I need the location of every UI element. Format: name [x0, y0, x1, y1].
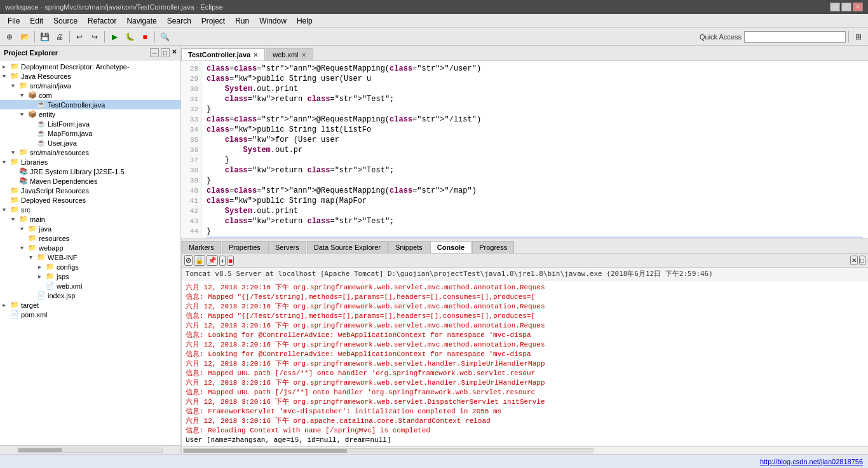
toolbar-btn-search[interactable]: 🔍 — [158, 30, 172, 44]
menu-item-refactor[interactable]: Refactor — [83, 15, 121, 27]
console-close-btn[interactable]: ✕ — [850, 256, 858, 265]
pe-minimize-btn[interactable]: ─ — [150, 48, 159, 57]
tree-item[interactable]: ▾📁src — [0, 205, 180, 214]
tree-type-icon: 📁 — [19, 148, 28, 156]
tree-item[interactable]: ▾📁main — [0, 214, 180, 224]
toolbar-btn-open[interactable]: 📂 — [18, 30, 32, 44]
menu-item-navigate[interactable]: Navigate — [121, 15, 161, 27]
toolbar-btn-run[interactable]: ▶ — [107, 30, 121, 44]
console-line: 信息: Mapped URL path [/js/**] onto handle… — [186, 388, 864, 397]
console-tab-console[interactable]: Console — [430, 241, 471, 253]
quick-access-input[interactable] — [744, 31, 846, 43]
tree-item[interactable]: ▾📁webapp — [0, 243, 180, 252]
line-number: 29 — [184, 74, 198, 84]
tree-type-icon: 📁 — [28, 234, 37, 242]
toolbar-separator-4 — [154, 31, 155, 43]
console-tab-progress[interactable]: Progress — [472, 241, 514, 253]
console-hscroll[interactable] — [183, 448, 593, 453]
console-scroll-lock-btn[interactable]: 🔒 — [194, 255, 205, 266]
code-line: System.out.print — [207, 84, 863, 94]
toolbar-btn-redo[interactable]: ↪ — [88, 30, 102, 44]
editor-area: TestController.java✕web.xml✕ 28293031323… — [181, 46, 868, 238]
tree-item[interactable]: 📄web.xml — [0, 281, 180, 291]
pe-close-btn[interactable]: ✕ — [172, 48, 177, 57]
console-clear-btn[interactable]: ⊘ — [184, 255, 193, 266]
menu-item-window[interactable]: Window — [254, 15, 292, 27]
console-new-btn[interactable]: + — [219, 256, 226, 266]
tree-label: com — [39, 92, 52, 99]
minimize-button[interactable]: ─ — [830, 3, 840, 11]
console-content[interactable]: 六月 12, 2018 3:20:16 下午 org.springframewo… — [182, 280, 868, 446]
tree-item[interactable]: 📚Maven Dependencies — [0, 176, 180, 186]
tree-item[interactable]: 📄index.jsp — [0, 291, 180, 300]
console-pin-btn[interactable]: 📌 — [207, 255, 218, 266]
console-tab-properties[interactable]: Properties — [222, 241, 268, 253]
code-line: System.out.pr — [207, 145, 863, 155]
editor-tab-TestController-java[interactable]: TestController.java✕ — [181, 48, 265, 60]
tree-item[interactable]: ▾📦com — [0, 90, 180, 100]
menu-item-search[interactable]: Search — [162, 15, 196, 27]
console-tab-markers[interactable]: Markers — [182, 241, 221, 253]
maximize-button[interactable]: □ — [841, 3, 851, 11]
menu-item-edit[interactable]: Edit — [25, 15, 48, 27]
pe-scroll-bottom — [0, 445, 180, 454]
pe-scrollbar-thumb[interactable] — [18, 448, 62, 452]
menu-item-run[interactable]: Run — [230, 15, 254, 27]
tree-item[interactable]: ▾📁src/main/resources — [0, 148, 180, 157]
tree-item[interactable]: ▸📁Deployment Descriptor: Archetype- — [0, 62, 180, 71]
console-tab-data-source-explorer[interactable]: Data Source Explorer — [307, 241, 388, 253]
tree-item[interactable]: 📁resources — [0, 233, 180, 243]
menu-item-help[interactable]: Help — [292, 15, 318, 27]
toolbar-btn-print[interactable]: 🖨 — [53, 30, 67, 44]
tab-close-icon[interactable]: ✕ — [301, 52, 306, 59]
tree-item[interactable]: 📄pom.xml — [0, 310, 180, 319]
tree-item[interactable]: ☕User.java — [0, 138, 180, 148]
toolbar-btn-stop[interactable]: ■ — [138, 30, 152, 44]
pe-maximize-btn[interactable]: □ — [161, 48, 170, 57]
tree-item[interactable]: ☕TestController.java — [0, 100, 180, 109]
tree-type-icon: 📦 — [28, 110, 37, 118]
tree-item[interactable]: 📁Deployed Resources — [0, 195, 180, 205]
tree-item[interactable]: ▸📁jsps — [0, 272, 180, 281]
console-terminate-btn[interactable]: ■ — [227, 256, 234, 266]
menu-item-file[interactable]: File — [3, 15, 25, 27]
toolbar-btn-new[interactable]: ⊕ — [3, 30, 17, 44]
tree-item[interactable]: 📚JRE System Library [J2SE-1.5 — [0, 167, 180, 176]
menu-item-source[interactable]: Source — [48, 15, 83, 27]
code-content[interactable]: class=class="str">"ann">@RequestMapping(… — [201, 61, 868, 238]
status-url[interactable]: http://blog.csdn.net/jian02818756 — [760, 458, 863, 465]
tab-close-icon[interactable]: ✕ — [253, 52, 258, 59]
toolbar-btn-debug[interactable]: 🐛 — [123, 30, 137, 44]
tree-item[interactable]: ☕MapForm.java — [0, 128, 180, 138]
tree-item[interactable]: ▾📁Libraries — [0, 157, 180, 167]
tree-item[interactable]: 📁JavaScript Resources — [0, 186, 180, 195]
console-scrollbar[interactable] — [182, 446, 868, 454]
tree-item[interactable]: ▸📁configs — [0, 262, 180, 272]
line-number: 36 — [184, 145, 198, 155]
console-line: 信息: Mapped "{[/Test/string],methods=[],p… — [186, 292, 864, 302]
close-button[interactable]: ✕ — [853, 3, 863, 11]
tree-item[interactable]: ▾📁Java Resources — [0, 71, 180, 81]
console-tab-servers[interactable]: Servers — [268, 241, 306, 253]
tree-item[interactable]: ▾📁WEB-INF — [0, 252, 180, 262]
tree-item[interactable]: ▸📁target — [0, 300, 180, 310]
console-max-btn[interactable]: □ — [859, 256, 865, 265]
console-line: 信息: FrameworkServlet 'mvc-dispatcher': i… — [186, 407, 864, 416]
toolbar-btn-undo[interactable]: ↩ — [72, 30, 86, 44]
project-explorer-title: Project Explorer — [4, 49, 58, 57]
tree-item[interactable]: ☕ListForm.java — [0, 119, 180, 128]
editor-tab-web-xml[interactable]: web.xml✕ — [266, 48, 313, 60]
menu-item-project[interactable]: Project — [196, 15, 230, 27]
pe-scrollbar[interactable] — [18, 448, 162, 453]
project-explorer-content[interactable]: ▸📁Deployment Descriptor: Archetype-▾📁Jav… — [0, 60, 180, 445]
line-number: 44 — [184, 226, 198, 237]
console-tab-snippets[interactable]: Snippets — [388, 241, 430, 253]
tree-item[interactable]: ▾📦entity — [0, 109, 180, 119]
code-editor[interactable]: 2829303132333435363738394041424344454647… — [181, 61, 868, 238]
console-hscroll-thumb[interactable] — [184, 449, 347, 453]
toolbar-btn-save[interactable]: 💾 — [37, 30, 51, 44]
toolbar-btn-perspective[interactable]: ⊞ — [851, 30, 865, 44]
tree-item[interactable]: ▾📁java — [0, 224, 180, 233]
console-toolbar: ⊘ 🔒 📌 + ■ ✕ □ — [182, 254, 868, 268]
tree-item[interactable]: ▾📁src/main/java — [0, 81, 180, 90]
